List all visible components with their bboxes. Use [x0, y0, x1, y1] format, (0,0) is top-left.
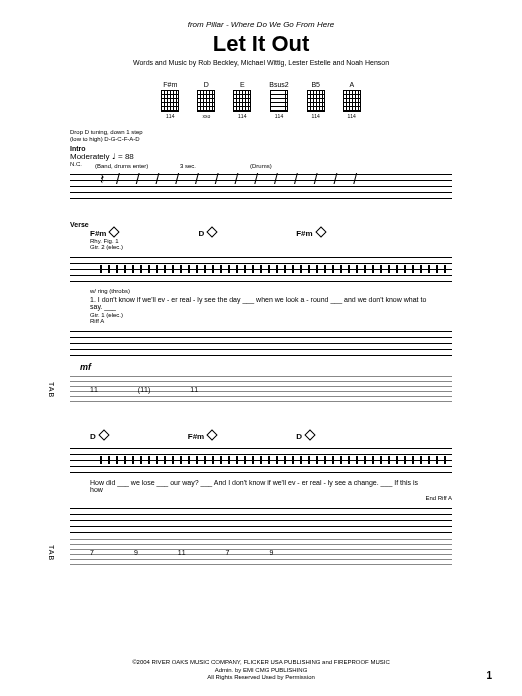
lyrics-1: 1. I don't know if we'll ev - er real - … [90, 296, 432, 310]
intro-staff: (Band, drums enter) 3 sec. (Drums) 𝄽 / /… [70, 171, 452, 201]
diamond-icon [207, 227, 218, 238]
chord-a: A114 [343, 81, 361, 119]
verse-tab-1: 11 (11) 11 [70, 376, 452, 406]
verse-tab-2: 7 9 11 7 9 [70, 539, 452, 569]
chord-bsus2: Bsus2114 [269, 81, 288, 119]
diamond-icon [315, 227, 326, 238]
tuning-info: Drop D tuning, down 1 step (low to high)… [70, 129, 492, 143]
chord-e: E114 [233, 81, 251, 119]
source-line: from Pillar - Where Do We Go From Here [30, 20, 492, 29]
diamond-icon [109, 227, 120, 238]
lyrics-2: How did ___ we lose ___ our way? ___ And… [90, 479, 432, 493]
sheet-music-page: from Pillar - Where Do We Go From Here L… [0, 0, 522, 696]
dynamic-mf: mf [80, 362, 492, 372]
verse2-vocal-staff [70, 445, 452, 475]
chord-b5: B5114 [307, 81, 325, 119]
verse2-gtr-staff [70, 505, 452, 535]
verse-label: Verse [70, 221, 492, 228]
credits: Words and Music by Rob Beckley, Michael … [30, 59, 492, 66]
chord-row-2: D F#m D [90, 431, 492, 441]
page-number: 1 [486, 670, 492, 681]
diamond-icon [207, 430, 218, 441]
chord-d: Dxxo [197, 81, 215, 119]
gtr2-label: Gtr. 2 (elec.) [90, 244, 492, 250]
diamond-icon [98, 430, 109, 441]
chord-fsharpm: F#m114 [161, 81, 179, 119]
intro-label: Intro [70, 145, 492, 152]
chord-diagram-row: F#m114 Dxxo E114 Bsus2114 B5114 A114 [30, 81, 492, 119]
tempo-marking: Moderately ♩ = 88 [70, 152, 492, 161]
verse-vocal-staff [70, 254, 452, 284]
song-title: Let It Out [30, 31, 492, 57]
verse-gtr-staff [70, 328, 452, 358]
diamond-icon [304, 430, 315, 441]
chord-row-1: F#m D F#m [90, 228, 492, 238]
copyright-footer: ©2004 RIVER OAKS MUSIC COMPANY, FLICKER … [0, 659, 522, 681]
header: from Pillar - Where Do We Go From Here L… [30, 20, 492, 66]
